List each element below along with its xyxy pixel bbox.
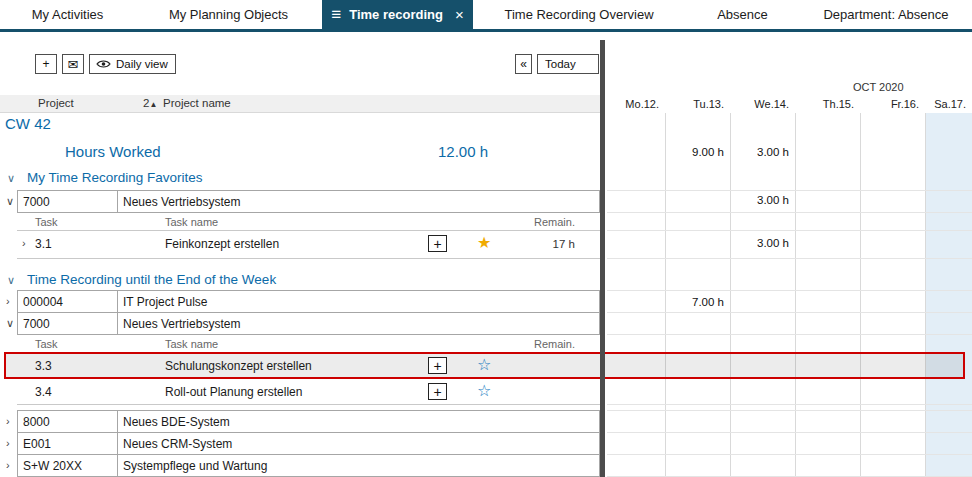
row-collapse-icon[interactable]: ∨ (6, 317, 14, 330)
column-header-project[interactable]: Project (38, 97, 74, 109)
row-expand-icon[interactable]: › (6, 459, 10, 471)
close-tab-icon[interactable]: × (455, 6, 464, 23)
section-title-favorites[interactable]: My Time Recording Favorites (27, 170, 203, 185)
tab-my-activities[interactable]: My Activities (0, 0, 135, 29)
plus-icon: + (42, 57, 49, 71)
time-recording-app: My Activities My Planning Objects ≡ Time… (0, 0, 972, 477)
project-id-cell[interactable]: S+W 20XX (17, 454, 118, 477)
row-divider (17, 258, 601, 259)
plus-icon: + (433, 237, 441, 251)
tab-label: My Activities (32, 7, 104, 22)
grid-row-line (607, 454, 972, 455)
grid-row-line (607, 432, 972, 433)
hamburger-menu-icon[interactable]: ≡ (331, 5, 341, 25)
task-id[interactable]: 3.3 (35, 359, 52, 373)
task-name[interactable]: Schulungskonzept erstellen (165, 359, 312, 373)
add-button[interactable]: + (35, 54, 57, 74)
column-header-project-name[interactable]: Project name (163, 97, 231, 109)
section-collapse-icon[interactable]: ∨ (7, 172, 15, 185)
tab-time-recording[interactable]: ≡ Time recording × (322, 0, 473, 29)
tab-label: Time recording (349, 7, 443, 22)
row-divider (17, 230, 601, 231)
tab-time-recording-overview[interactable]: Time Recording Overview (473, 0, 685, 29)
add-time-entry-button[interactable]: + (428, 383, 447, 400)
grid-column-line (860, 113, 861, 477)
column-header-remain: Remain. (500, 338, 575, 350)
plus-icon: + (433, 359, 441, 373)
grid-row-line (607, 312, 972, 313)
grid-row-line (607, 230, 972, 231)
row-collapse-icon[interactable]: ∨ (6, 195, 14, 208)
task-hours-wednesday: 3.00 h (731, 237, 789, 249)
section-title-week[interactable]: Time Recording until the End of the Week (27, 272, 276, 287)
grid-column-line (795, 113, 796, 477)
view-mode-label: Daily view (116, 58, 168, 70)
favorite-star-outline-icon[interactable]: ☆ (477, 357, 491, 373)
add-time-entry-button[interactable]: + (428, 357, 447, 374)
project-name-cell[interactable]: IT Project Pulse (117, 290, 600, 313)
row-divider (17, 404, 601, 405)
project-name-cell[interactable]: Neues BDE-System (117, 410, 600, 433)
grid-row-line (607, 258, 972, 259)
project-name-cell[interactable]: Neues Vertriebsystem (117, 190, 600, 213)
project-name-cell[interactable]: Neues CRM-System (117, 432, 600, 455)
task-id[interactable]: 3.1 (35, 237, 52, 251)
today-button[interactable]: Today (537, 54, 599, 74)
day-header-sa: Sa.17. (907, 98, 966, 110)
task-name[interactable]: Feinkonzept erstellen (165, 237, 279, 251)
hours-worked-tuesday: 9.00 h (666, 146, 724, 158)
grid-column-line (730, 113, 731, 477)
table-header: Project 2▲ Project name (0, 95, 600, 113)
project-hours-tuesday: 7.00 h (666, 296, 724, 308)
grid-row-line (607, 212, 972, 213)
project-id-cell[interactable]: E001 (17, 432, 118, 455)
eye-icon (96, 59, 111, 69)
month-label: OCT 2020 (853, 81, 904, 93)
grid-column-line (665, 113, 666, 477)
mail-button[interactable]: ✉ (62, 54, 84, 74)
favorite-star-icon[interactable]: ★ (477, 235, 491, 251)
grid-column-line (925, 113, 926, 477)
task-remaining-hours: 17 h (517, 238, 575, 250)
tab-bar: My Activities My Planning Objects ≡ Time… (0, 0, 972, 32)
add-time-entry-button[interactable]: + (428, 235, 447, 252)
column-header-task-name: Task name (165, 338, 218, 350)
grid-row-line (607, 290, 972, 291)
project-id-cell[interactable]: 000004 (17, 290, 118, 313)
tab-label: Absence (717, 7, 768, 22)
task-name[interactable]: Roll-out Planung erstellen (165, 385, 302, 399)
tab-label: My Planning Objects (169, 7, 288, 22)
grid-row-line (607, 410, 972, 411)
weekend-column-highlight (925, 113, 972, 477)
pane-splitter[interactable] (600, 40, 605, 477)
project-id-cell[interactable]: 7000 (17, 190, 118, 213)
hours-worked-label: Hours Worked (65, 143, 161, 160)
view-mode-select[interactable]: Daily view (89, 54, 176, 74)
task-id[interactable]: 3.4 (35, 385, 52, 399)
hours-worked-total: 12.00 h (438, 143, 488, 160)
project-name-cell[interactable]: Systempflege und Wartung (117, 454, 600, 477)
sort-indicator: 2▲ (143, 97, 157, 109)
calendar-week-label: CW 42 (5, 115, 51, 132)
tab-label: Time Recording Overview (504, 7, 653, 22)
grid-row-line (607, 190, 972, 191)
previous-period-button[interactable]: « (515, 54, 532, 74)
sort-ascending-icon: ▲ (149, 100, 157, 109)
project-name-cell[interactable]: Neues Vertriebsystem (117, 312, 600, 335)
row-expand-icon[interactable]: › (6, 415, 10, 427)
task-expand-icon[interactable]: › (22, 237, 26, 249)
section-collapse-icon[interactable]: ∨ (7, 274, 15, 287)
favorite-star-outline-icon[interactable]: ☆ (477, 383, 491, 399)
project-id-cell[interactable]: 7000 (17, 312, 118, 335)
grid-row-line (607, 404, 972, 405)
project-hours-wednesday: 3.00 h (731, 194, 789, 206)
tab-absence[interactable]: Absence (685, 0, 800, 29)
tab-my-planning-objects[interactable]: My Planning Objects (135, 0, 322, 29)
row-expand-icon[interactable]: › (6, 437, 10, 449)
day-header-th: Th.15. (795, 98, 854, 110)
tab-department-absence[interactable]: Department: Absence (800, 0, 972, 29)
grid-row-line (607, 334, 972, 335)
plus-icon: + (433, 385, 441, 399)
row-expand-icon[interactable]: › (6, 295, 10, 307)
project-id-cell[interactable]: 8000 (17, 410, 118, 433)
